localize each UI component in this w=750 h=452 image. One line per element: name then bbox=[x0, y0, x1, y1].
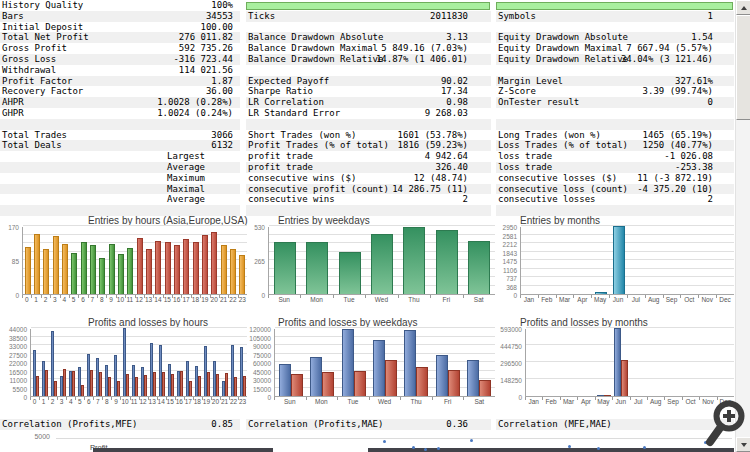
stat-label: Ticks bbox=[248, 11, 275, 22]
x-tick-label: Aug bbox=[645, 295, 663, 306]
bar bbox=[614, 328, 621, 396]
x-tick-label: Sep bbox=[663, 295, 681, 306]
stat-row: Averageconsecutive wins2consecutive loss… bbox=[0, 194, 735, 205]
x-tick-label: 3 bbox=[57, 397, 66, 408]
y-tick-label: 5000 bbox=[20, 433, 50, 440]
y-tick-label: 593000 bbox=[500, 326, 522, 333]
bar bbox=[322, 372, 334, 396]
zoom-in-icon[interactable] bbox=[701, 396, 750, 450]
y-tick-label: 60000 bbox=[253, 360, 271, 367]
arrow-up-icon bbox=[741, 6, 747, 10]
bar bbox=[310, 357, 322, 396]
x-tick-label: 0 bbox=[22, 295, 31, 306]
scroll-up-button[interactable] bbox=[736, 0, 750, 15]
stat-value: 14.87% (1 406.01) bbox=[290, 54, 468, 65]
bar bbox=[63, 369, 66, 396]
correlation-row: Correlation (Profits,MFE) 0.85 Correlati… bbox=[0, 419, 735, 430]
stat-value: 7 667.94 (5.57%) bbox=[540, 43, 713, 54]
y-tick-label: 2581 bbox=[503, 233, 517, 240]
stat-label: Total Trades bbox=[2, 130, 67, 141]
stat-sublabel: Average bbox=[0, 194, 205, 205]
y-tick-label: 120000 bbox=[249, 326, 271, 333]
y-tick-label: 444750 bbox=[500, 343, 522, 350]
x-tick-label: Mar bbox=[556, 295, 574, 306]
stat-row: Initial Deposit100.00 bbox=[0, 22, 735, 33]
stat-value: 1 bbox=[540, 11, 713, 22]
x-tick-label: 9 bbox=[106, 295, 115, 306]
bar bbox=[239, 255, 245, 294]
bar bbox=[342, 329, 354, 396]
x-tick-label: Mon bbox=[306, 397, 338, 408]
stat-row bbox=[0, 119, 735, 130]
progress-bar bbox=[496, 2, 733, 10]
bar bbox=[108, 377, 111, 396]
x-tick-label: Jan bbox=[520, 295, 538, 306]
x-tick-label: 13 bbox=[148, 397, 157, 408]
y-tick-label: 0 bbox=[261, 292, 265, 299]
x-tick-label: 17 bbox=[184, 397, 193, 408]
row-stripe bbox=[246, 65, 491, 76]
stat-row: Bars34553Ticks2011830Symbols1 bbox=[0, 11, 735, 22]
y-tick-label: 1843 bbox=[503, 250, 517, 257]
chart-profits-losses-by-weekdays: Profits and losses by weekdays1200001050… bbox=[250, 317, 495, 409]
y-tick-label: 85 bbox=[12, 258, 19, 265]
x-tick-label: Apr bbox=[577, 397, 594, 408]
bar bbox=[448, 370, 460, 396]
y-tick-label: 170 bbox=[8, 224, 19, 231]
stat-value: 90.02 bbox=[290, 76, 468, 87]
stat-row: Withdrawal114 021.56 bbox=[0, 65, 735, 76]
plot-area bbox=[22, 227, 247, 295]
x-axis: JanFebMarAprMayJunJulAugSepOctNovDec bbox=[498, 295, 734, 306]
bar bbox=[243, 376, 246, 396]
stat-value: 1.0024 (0.24%) bbox=[80, 108, 233, 119]
x-tick-label: 13 bbox=[144, 295, 153, 306]
y-tick-label: 148250 bbox=[500, 377, 522, 384]
stat-label: Total Deals bbox=[2, 140, 62, 151]
stat-label: Profit Factor bbox=[2, 76, 72, 87]
stat-value: 1.0028 (0.28%) bbox=[80, 97, 233, 108]
x-tick-label: May bbox=[595, 397, 612, 408]
stat-value: -1 026.08 bbox=[540, 151, 713, 162]
y-tick-label: 38500 bbox=[9, 335, 27, 342]
x-tick-label: 6 bbox=[84, 397, 93, 408]
row-stripe bbox=[496, 65, 734, 76]
row-stripe bbox=[496, 119, 734, 130]
stat-value: 3.13 bbox=[290, 32, 468, 43]
x-tick-label: 23 bbox=[238, 397, 247, 408]
bar bbox=[274, 242, 296, 294]
scrollbar-thumb[interactable] bbox=[736, 15, 750, 120]
stat-row: Gross Loss-316 723.44Balance Drawdown Re… bbox=[0, 54, 735, 65]
y-tick-label: 2212 bbox=[503, 241, 517, 248]
stat-sublabel: Average bbox=[0, 162, 205, 173]
stat-value: 3.39 (99.74%) bbox=[540, 86, 713, 97]
x-tick-label: 2 bbox=[48, 397, 57, 408]
x-tick-label: 19 bbox=[200, 295, 209, 306]
x-tick-label: 5 bbox=[75, 397, 84, 408]
x-tick-label: Aug bbox=[647, 397, 664, 408]
x-tick-label: 8 bbox=[97, 295, 106, 306]
gridline bbox=[23, 225, 247, 226]
bar bbox=[174, 245, 180, 294]
y-axis: 5302650 bbox=[250, 227, 268, 295]
x-tick-label: Feb bbox=[538, 295, 556, 306]
chart-entries-by-weekdays: Entries by weekdays5302650SunMonTueWedTh… bbox=[250, 215, 495, 307]
stat-label: Gross Profit bbox=[2, 43, 67, 54]
y-tick-label: 1475 bbox=[503, 258, 517, 265]
x-tick-label: Feb bbox=[542, 397, 559, 408]
y-tick-label: 22000 bbox=[9, 360, 27, 367]
x-tick-label: May bbox=[591, 295, 609, 306]
bar bbox=[416, 367, 428, 396]
row-stripe bbox=[496, 108, 734, 119]
bar bbox=[404, 330, 416, 396]
vertical-scrollbar[interactable] bbox=[735, 0, 750, 452]
x-tick-label: Jun bbox=[612, 397, 629, 408]
y-tick-label: 44000 bbox=[9, 326, 27, 333]
y-tick-label: 737 bbox=[506, 275, 517, 282]
bar bbox=[144, 375, 147, 396]
x-tick-label: 0 bbox=[30, 397, 39, 408]
y-tick-label: 0 bbox=[15, 292, 19, 299]
row-stripe bbox=[0, 119, 240, 130]
x-tick-label: 22 bbox=[228, 295, 237, 306]
stats-table: History Quality100%Bars34553Ticks2011830… bbox=[0, 0, 735, 216]
bar bbox=[216, 374, 219, 396]
